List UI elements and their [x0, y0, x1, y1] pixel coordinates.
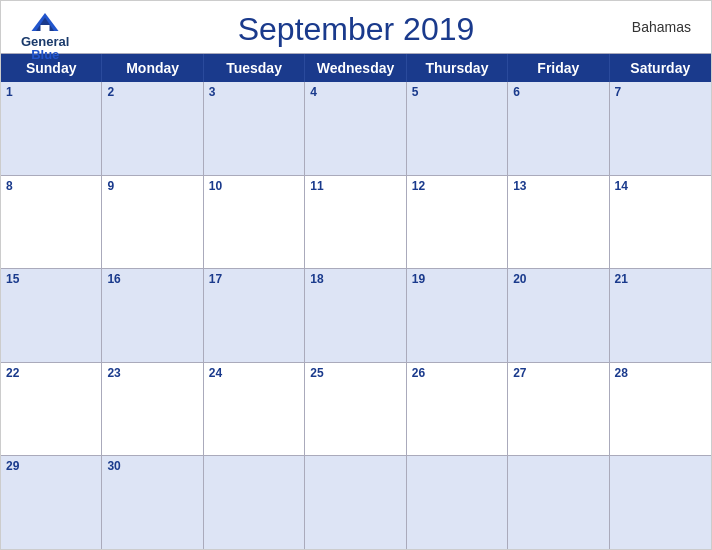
day-cell	[610, 456, 711, 549]
logo: General Blue	[21, 11, 69, 61]
day-number: 5	[412, 85, 419, 99]
calendar-body: 1234567891011121314151617181920212223242…	[1, 82, 711, 549]
day-cell: 30	[102, 456, 203, 549]
day-number: 6	[513, 85, 520, 99]
country-label: Bahamas	[632, 19, 691, 35]
day-cell: 11	[305, 176, 406, 269]
header-thursday: Thursday	[407, 54, 508, 82]
header-tuesday: Tuesday	[204, 54, 305, 82]
day-cell: 20	[508, 269, 609, 362]
day-cell: 15	[1, 269, 102, 362]
day-number: 3	[209, 85, 216, 99]
day-cell: 5	[407, 82, 508, 175]
logo-icon	[30, 11, 60, 33]
day-cell: 9	[102, 176, 203, 269]
day-cell: 21	[610, 269, 711, 362]
day-number: 7	[615, 85, 622, 99]
day-number: 11	[310, 179, 323, 193]
day-cell: 16	[102, 269, 203, 362]
day-number: 28	[615, 366, 628, 380]
day-cell: 26	[407, 363, 508, 456]
day-cell: 4	[305, 82, 406, 175]
day-number: 10	[209, 179, 222, 193]
day-cell: 3	[204, 82, 305, 175]
day-number: 8	[6, 179, 13, 193]
day-cell: 7	[610, 82, 711, 175]
header-friday: Friday	[508, 54, 609, 82]
calendar-grid: Sunday Monday Tuesday Wednesday Thursday…	[1, 53, 711, 549]
day-cell: 28	[610, 363, 711, 456]
week-row-4: 22232425262728	[1, 363, 711, 457]
day-number: 30	[107, 459, 120, 473]
svg-rect-2	[41, 25, 50, 31]
day-number: 26	[412, 366, 425, 380]
logo-blue-text: Blue	[31, 48, 59, 61]
day-number: 17	[209, 272, 222, 286]
day-cell	[508, 456, 609, 549]
calendar: General Blue September 2019 Bahamas Sund…	[0, 0, 712, 550]
day-cell: 2	[102, 82, 203, 175]
day-cell: 18	[305, 269, 406, 362]
day-cell: 12	[407, 176, 508, 269]
day-number: 22	[6, 366, 19, 380]
day-number: 25	[310, 366, 323, 380]
header-monday: Monday	[102, 54, 203, 82]
week-row-1: 1234567	[1, 82, 711, 176]
week-row-5: 2930	[1, 456, 711, 549]
day-cell: 13	[508, 176, 609, 269]
day-number: 21	[615, 272, 628, 286]
day-cell: 23	[102, 363, 203, 456]
month-title: September 2019	[238, 11, 475, 48]
day-number: 13	[513, 179, 526, 193]
day-headers-row: Sunday Monday Tuesday Wednesday Thursday…	[1, 54, 711, 82]
day-cell: 6	[508, 82, 609, 175]
day-number: 27	[513, 366, 526, 380]
week-row-3: 15161718192021	[1, 269, 711, 363]
day-number: 20	[513, 272, 526, 286]
day-number: 24	[209, 366, 222, 380]
week-row-2: 891011121314	[1, 176, 711, 270]
day-number: 29	[6, 459, 19, 473]
day-cell	[204, 456, 305, 549]
day-number: 9	[107, 179, 114, 193]
day-cell: 27	[508, 363, 609, 456]
day-cell: 25	[305, 363, 406, 456]
day-cell: 24	[204, 363, 305, 456]
day-cell: 14	[610, 176, 711, 269]
day-cell: 10	[204, 176, 305, 269]
day-cell: 17	[204, 269, 305, 362]
day-number: 14	[615, 179, 628, 193]
day-cell	[407, 456, 508, 549]
day-number: 23	[107, 366, 120, 380]
header-saturday: Saturday	[610, 54, 711, 82]
day-cell: 29	[1, 456, 102, 549]
day-cell: 19	[407, 269, 508, 362]
day-number: 2	[107, 85, 114, 99]
day-cell: 22	[1, 363, 102, 456]
header-wednesday: Wednesday	[305, 54, 406, 82]
calendar-header: General Blue September 2019 Bahamas	[1, 1, 711, 53]
day-cell: 1	[1, 82, 102, 175]
day-number: 15	[6, 272, 19, 286]
day-cell	[305, 456, 406, 549]
day-number: 12	[412, 179, 425, 193]
day-number: 1	[6, 85, 13, 99]
day-number: 4	[310, 85, 317, 99]
day-cell: 8	[1, 176, 102, 269]
day-number: 18	[310, 272, 323, 286]
day-number: 19	[412, 272, 425, 286]
day-number: 16	[107, 272, 120, 286]
